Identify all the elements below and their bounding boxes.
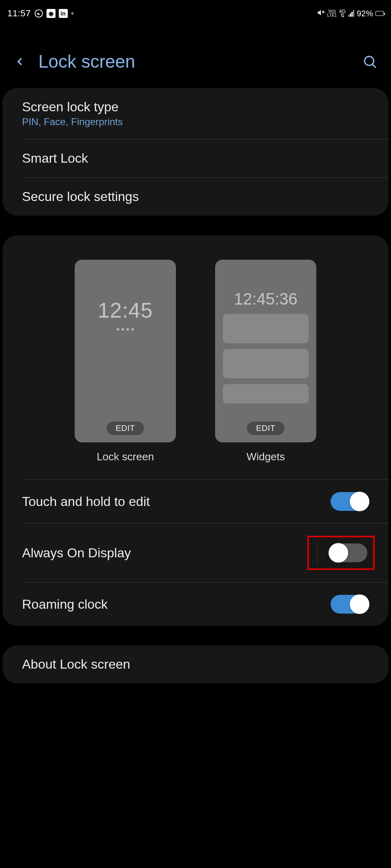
about-card: About Lock screen	[2, 645, 389, 683]
preview-label: Widgets	[247, 451, 285, 463]
about-lock-screen-item[interactable]: About Lock screen	[2, 645, 389, 683]
widget-placeholder	[223, 349, 309, 378]
touch-hold-to-edit-item[interactable]: Touch and hold to edit	[2, 480, 389, 523]
secure-lock-settings-item[interactable]: Secure lock settings	[22, 177, 389, 216]
lock-screen-preview[interactable]: 12:45 EDIT	[75, 260, 176, 442]
preview-dots-icon	[117, 328, 134, 331]
search-icon[interactable]	[361, 53, 379, 71]
display-settings-card: 12:45 EDIT Lock screen 12:45:36 EDIT Wid…	[2, 235, 389, 626]
item-subtitle: PIN, Face, Fingerprints	[22, 116, 123, 128]
touch-hold-toggle[interactable]	[331, 492, 369, 511]
svg-point-0	[35, 10, 42, 17]
smart-lock-item[interactable]: Smart Lock	[22, 139, 389, 177]
whatsapp-icon	[34, 9, 43, 18]
setting-label: Always On Display	[22, 546, 131, 561]
security-settings-card: Screen lock type PIN, Face, Fingerprints…	[2, 88, 389, 216]
signal-icon	[348, 10, 354, 17]
lock-screen-preview-col: 12:45 EDIT Lock screen	[75, 260, 176, 463]
item-title: Smart Lock	[22, 151, 88, 166]
roaming-clock-toggle[interactable]	[331, 595, 369, 614]
status-right: Vo)) LTE1 4G⇅ 92%	[317, 9, 384, 19]
status-bar: 11:57 ◉ in • Vo)) LTE1 4G⇅ 92%	[0, 0, 391, 23]
status-left: 11:57 ◉ in •	[7, 8, 74, 19]
page-title: Lock screen	[38, 51, 135, 72]
screen-lock-type-item[interactable]: Screen lock type PIN, Face, Fingerprints	[2, 88, 389, 139]
always-on-display-item[interactable]: Always On Display	[22, 523, 389, 582]
item-title: About Lock screen	[22, 657, 130, 672]
item-title: Secure lock settings	[22, 189, 139, 204]
edit-widgets-button[interactable]: EDIT	[247, 422, 284, 435]
status-time: 11:57	[7, 8, 31, 19]
setting-label: Roaming clock	[22, 597, 108, 612]
widget-placeholder	[223, 384, 309, 404]
highlight-annotation	[307, 536, 375, 570]
more-notifications-icon: •	[71, 8, 74, 19]
volte-indicator: Vo)) LTE1	[327, 9, 337, 18]
svg-line-4	[372, 64, 375, 67]
preview-clock: 12:45:36	[234, 290, 298, 308]
widget-placeholder	[223, 314, 309, 343]
always-on-display-toggle[interactable]	[329, 543, 367, 562]
edit-lock-screen-button[interactable]: EDIT	[107, 422, 144, 435]
widgets-preview[interactable]: 12:45:36 EDIT	[215, 260, 316, 442]
preview-label: Lock screen	[97, 451, 154, 463]
preview-clock: 12:45	[98, 298, 153, 322]
setting-label: Touch and hold to edit	[22, 494, 150, 509]
item-title: Screen lock type	[22, 99, 123, 115]
separator	[317, 541, 318, 564]
battery-percentage: 92%	[357, 9, 373, 18]
battery-icon	[375, 11, 384, 16]
network-4g-indicator: 4G⇅	[339, 9, 346, 18]
app-icon: ◉	[47, 9, 56, 18]
page-header: Lock screen	[0, 39, 391, 88]
mute-icon	[317, 9, 325, 19]
back-icon[interactable]	[12, 54, 27, 69]
preview-row: 12:45 EDIT Lock screen 12:45:36 EDIT Wid…	[2, 235, 389, 479]
roaming-clock-item[interactable]: Roaming clock	[22, 582, 389, 626]
widgets-preview-col: 12:45:36 EDIT Widgets	[215, 260, 316, 463]
linkedin-icon: in	[59, 9, 68, 18]
